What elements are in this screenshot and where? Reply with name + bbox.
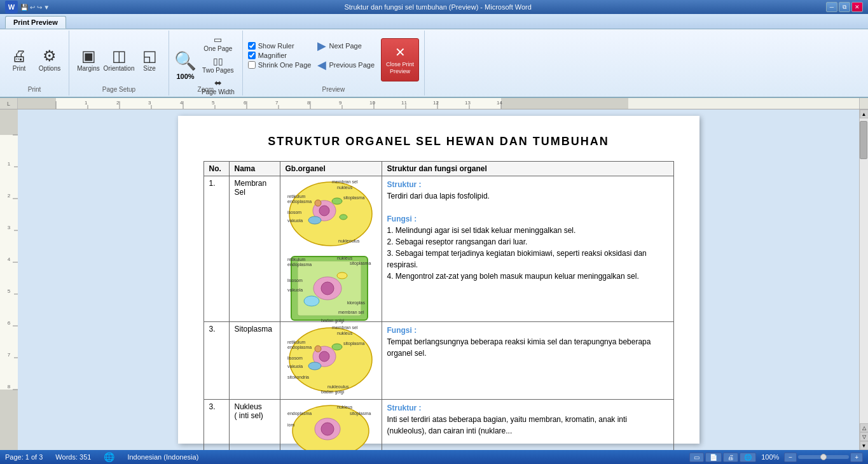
svg-text:1: 1 <box>85 100 88 106</box>
svg-text:8: 8 <box>307 100 310 106</box>
svg-text:nukleoulus: nukleoulus <box>327 384 349 389</box>
svg-text:kloroplas: kloroplas <box>347 300 366 306</box>
options-button[interactable]: ⚙ Options <box>36 38 64 81</box>
svg-text:6: 6 <box>8 320 11 326</box>
margins-icon: ▣ <box>81 48 96 64</box>
svg-text:endoplasma: endoplasma <box>287 199 312 204</box>
view-normal[interactable]: ▭ <box>689 453 704 462</box>
zoom-in-btn[interactable]: + <box>850 453 863 462</box>
ruler-corner-marker: L <box>0 98 17 109</box>
scroll-track[interactable] <box>860 118 869 423</box>
print-label: Print <box>13 65 26 72</box>
zoom-handle[interactable] <box>820 454 827 460</box>
zoom-out-btn[interactable]: − <box>784 453 797 462</box>
size-button[interactable]: ◱ Size <box>135 38 163 81</box>
svg-text:nukleus: nukleus <box>337 405 353 409</box>
row1-no: 1. <box>203 176 229 322</box>
previous-page-button[interactable]: ◀ Previous Page <box>313 57 378 73</box>
row1-struktur-fungsi: Struktur : Terdiri dari dua lapis fosfol… <box>382 176 673 322</box>
next-page-arrow: ▶ <box>317 39 326 53</box>
view-print[interactable]: 🖨 <box>723 453 738 462</box>
svg-text:7: 7 <box>8 352 11 358</box>
svg-text:1: 1 <box>8 161 11 167</box>
shrink-one-page-label: Shrink One Page <box>258 61 312 69</box>
scroll-page-up[interactable]: △ <box>860 423 869 432</box>
svg-point-85 <box>308 362 321 370</box>
svg-text:9: 9 <box>339 100 342 106</box>
scroll-page-down[interactable]: ▽ <box>860 432 869 441</box>
title-bar: W 💾 ↩ ↪ ▼ Struktur dan fungsi sel tumbuh… <box>0 0 868 14</box>
zoom-bar[interactable] <box>798 455 849 459</box>
margins-label: Margins <box>77 65 100 72</box>
svg-text:5: 5 <box>8 288 11 294</box>
nav-buttons: ▶ Next Page ◀ Previous Page <box>313 38 378 82</box>
show-ruler-input[interactable] <box>248 42 256 50</box>
zoom-icon[interactable]: 🔍 <box>174 50 196 71</box>
ruler-v: 1 2 3 4 5 6 7 8 <box>0 109 18 450</box>
table-row: 1. Membran Sel <box>203 176 673 322</box>
view-buttons[interactable]: ▭ 📄 🖨 🌐 <box>689 453 756 462</box>
one-page-button[interactable]: ▭ One Page <box>199 33 237 53</box>
print-button[interactable]: 🖨 Print <box>5 38 33 81</box>
orientation-label: Orientation <box>104 65 135 72</box>
show-ruler-checkbox[interactable]: Show Ruler <box>248 42 312 50</box>
document-title: STRUKTUR ORGANEL SEL HEWAN DAN TUMBUHAN <box>203 135 674 148</box>
scroll-down-arrow[interactable]: ▼ <box>860 441 869 450</box>
svg-point-56 <box>332 198 342 204</box>
page-setup-group-label: Page Setup <box>69 86 169 93</box>
ribbon-group-page-setup: ▣ Margins ◫ Orientation ◱ Size Page Setu… <box>69 31 169 95</box>
svg-text:endoplasma: endoplasma <box>287 345 312 350</box>
ribbon-group-zoom: 🔍 100% ▭ One Page ▯▯ Two Pages ⬌ Page Wi… <box>169 31 243 95</box>
margins-button[interactable]: ▣ Margins <box>74 38 102 81</box>
title-bar-controls[interactable]: ─ ⧉ ✕ <box>826 2 863 12</box>
svg-text:4: 4 <box>180 100 183 106</box>
ribbon-group-preview: Show Ruler Magnifier Shrink One Page ▶ N… <box>243 31 425 95</box>
close-print-preview-button[interactable]: ✕ Close PrintPreview <box>381 38 419 81</box>
status-language-icon: 🌐 <box>104 452 114 462</box>
scroll-bottom-arrows[interactable]: △ ▽ ▼ <box>860 423 869 450</box>
zoom-level: 100% <box>761 453 779 461</box>
view-reading[interactable]: 📄 <box>705 453 722 462</box>
svg-point-71 <box>304 296 319 306</box>
zoom-slider[interactable]: − + <box>784 453 863 462</box>
status-right: ▭ 📄 🖨 🌐 100% − + <box>689 453 863 462</box>
scroll-up-arrow[interactable]: ▲ <box>860 109 869 118</box>
svg-text:vakuola: vakuola <box>287 218 303 223</box>
svg-text:14: 14 <box>497 100 502 106</box>
close-button[interactable]: ✕ <box>851 2 863 12</box>
orientation-button[interactable]: ◫ Orientation <box>105 38 133 81</box>
view-web[interactable]: 🌐 <box>740 453 756 462</box>
magnifier-checkbox[interactable]: Magnifier <box>248 52 312 59</box>
print-icon: 🖨 <box>11 48 27 64</box>
shrink-one-page-checkbox[interactable]: Shrink One Page <box>248 61 312 69</box>
scrollbar-vertical[interactable]: ▲ △ ▽ ▼ <box>859 109 868 450</box>
magnifier-label: Magnifier <box>258 52 287 59</box>
one-page-icon: ▭ <box>214 34 222 45</box>
word-icon: W <box>5 1 18 13</box>
preview-checkboxes: Show Ruler Magnifier Shrink One Page <box>248 42 312 78</box>
two-pages-button[interactable]: ▯▯ Two Pages <box>199 55 237 75</box>
svg-point-55 <box>308 216 321 224</box>
tab-print-preview[interactable]: Print Preview <box>5 16 66 29</box>
row2-no: 3. <box>203 322 229 400</box>
prev-page-arrow: ◀ <box>317 58 326 72</box>
close-print-icon: ✕ <box>395 45 406 60</box>
minimize-button[interactable]: ─ <box>826 2 837 12</box>
svg-rect-2 <box>501 98 628 109</box>
title-text: Struktur dan fungsi sel tumbuhan (Previe… <box>344 3 531 11</box>
svg-text:lisosom: lisosom <box>287 278 303 283</box>
svg-text:sitokondria: sitokondria <box>287 375 309 379</box>
row2-fungsi-label: Fungsi : <box>387 326 417 335</box>
magnifier-input[interactable] <box>248 52 256 59</box>
next-page-button[interactable]: ▶ Next Page <box>313 38 378 54</box>
restore-button[interactable]: ⧉ <box>839 2 850 12</box>
size-label: Size <box>143 65 155 72</box>
content-area[interactable]: STRUKTUR ORGANEL SEL HEWAN DAN TUMBUHAN … <box>18 109 859 450</box>
cell-diagram-3: nukleus sitoplasma endoplasma iom <box>286 402 375 450</box>
svg-rect-0 <box>18 98 56 109</box>
ruler-right-margin <box>859 98 868 109</box>
scroll-thumb[interactable] <box>860 121 867 159</box>
shrink-one-page-input[interactable] <box>248 61 256 69</box>
row3-nama: Nukleus( inti sel) <box>229 400 280 451</box>
svg-text:7: 7 <box>275 100 279 106</box>
